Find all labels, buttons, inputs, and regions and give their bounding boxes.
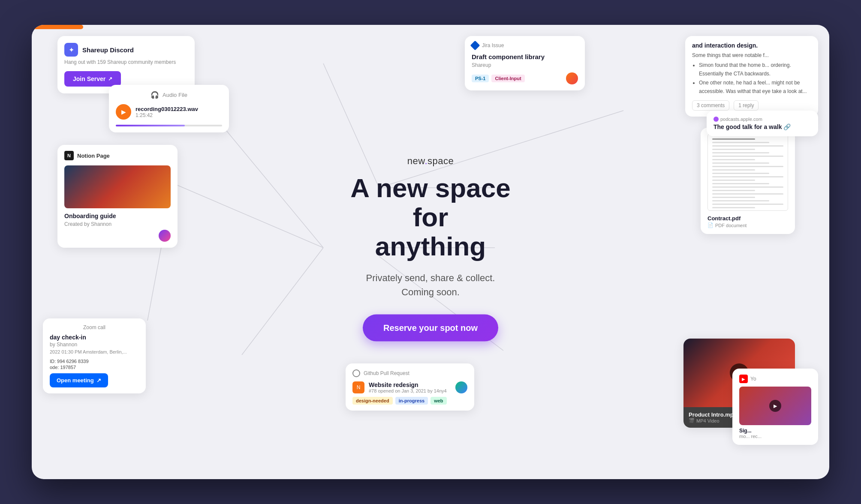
tag-web: web [430,397,446,405]
youtube-subtitle: mo... rec... [739,434,811,439]
github-tags: design-needed in-progress web [352,397,467,405]
github-contributor-avatar [455,381,467,393]
notion-card: N Notion Page Onboarding guide Created b… [57,145,178,248]
headphone-icon: 🎧 [151,91,159,99]
discord-title: Shareup Discord [82,46,134,54]
youtube-play-button[interactable]: ▶ [769,400,781,412]
comment-text: Some things that were notable f... [692,51,811,59]
youtube-label: Yo [750,376,756,382]
badge-ps: PS-1 [472,75,489,82]
youtube-thumbnail: ▶ [739,387,811,425]
zoom-card: Zoom call day check-in by Shannon 2022 0… [43,318,146,393]
comment-list: Simon found that the home b... ordering.… [692,61,811,96]
github-header-label: Github Pull Request [364,370,409,376]
comment-item-1: Simon found that the home b... ordering.… [699,61,811,78]
logo-new: new [407,156,425,166]
notion-icon: N [64,151,74,160]
svg-line-4 [242,248,323,355]
contract-type: 📄 PDF document [707,222,788,228]
video-file-icon: 🎬 [689,418,695,423]
cta-button[interactable]: Reserve your spot now [363,314,498,341]
audio-progress-fill [116,125,185,126]
progress-bar-top [32,25,83,29]
arrow-icon: ↗ [108,76,112,82]
comment-card: and interaction design. Some things that… [685,36,818,117]
github-icon [352,369,360,377]
zoom-title: day check-in [50,334,139,341]
jira-icon [470,41,480,51]
github-pr-subtitle: #78 opened on Jan 3, 2021 by 14ny4 [369,388,447,393]
zoom-time: 2022 01:30 PM Amsterdam, Berlin,... [50,349,139,354]
github-card: Github Pull Request N Website redesign #… [346,363,474,411]
discord-subtitle: Hang out with 159 Shareup community memb… [64,59,188,65]
audio-play-button[interactable]: ▶ [116,104,131,120]
zoom-header: Zoom call [50,324,139,330]
youtube-card: ▶ Yo ▶ Sig... mo... rec... [732,369,818,445]
tag-design-needed: design-needed [352,397,393,405]
github-pr-title: Website redesign [369,381,447,388]
reply-count: 1 reply [734,100,759,111]
svg-line-2 [173,183,323,248]
hero-title: A new space for anything [332,174,529,261]
zoom-passcode: ode: 197857 [50,365,139,370]
comment-count: 3 comments [692,100,729,111]
audio-duration: 1:25:42 [135,112,198,118]
comment-item-2: One other note, he had a feel... might n… [699,78,811,96]
jira-subtitle: Shareup [472,62,578,68]
logo-space: space [427,156,454,166]
youtube-title: Sig... [739,428,811,434]
audio-progress-bar[interactable] [116,125,222,126]
jira-title: Draft component library [472,53,578,60]
notion-page-title: Onboarding guide [64,213,171,219]
notion-creator: Created by Shannon [64,221,171,227]
main-screen: new.space A new space for anything Priva… [32,25,829,479]
hero-subtitle: Privately send, share & collect. Coming … [332,270,529,299]
podcast-title: The good talk for a walk 🔗 [713,123,811,130]
notion-cover-image [64,165,171,208]
audio-filename: recording03012223.wav [135,106,198,112]
join-server-button[interactable]: Join Server ↗ [64,71,121,87]
badge-client: Client-Input [491,75,524,82]
logo: new.space [332,156,529,167]
podcast-url: podcasts.apple.com [713,117,811,122]
podcast-icon [713,117,719,122]
contract-paper [707,134,788,211]
youtube-icon: ▶ [739,375,748,383]
jira-avatar [566,72,578,84]
podcast-card: podcasts.apple.com The good talk for a w… [707,111,818,136]
jira-card: Jira Issue Draft component library Share… [465,36,585,90]
open-meeting-button[interactable]: Open meeting ↗ [50,373,108,387]
github-repo-icon: N [352,381,364,393]
hero-section: new.space A new space for anything Priva… [332,156,529,342]
contract-filename: Contract.pdf [707,215,788,222]
pdf-icon: 📄 [707,222,713,228]
notion-header-label: Notion Page [77,153,110,159]
zoom-by: by Shannon [50,342,139,348]
contract-card: Contract.pdf 📄 PDF document [701,128,795,234]
discord-icon: ✦ [64,43,78,57]
audio-header-label: Audio File [163,92,187,98]
audio-card: 🎧 Audio File ▶ recording03012223.wav 1:2… [109,85,229,132]
comment-title: and interaction design. [692,42,811,49]
arrow-icon: ↗ [96,377,101,384]
tag-in-progress: in-progress [395,397,428,405]
notion-avatar [159,230,171,242]
zoom-meeting-id: ID: 994 6296 8339 [50,359,139,364]
